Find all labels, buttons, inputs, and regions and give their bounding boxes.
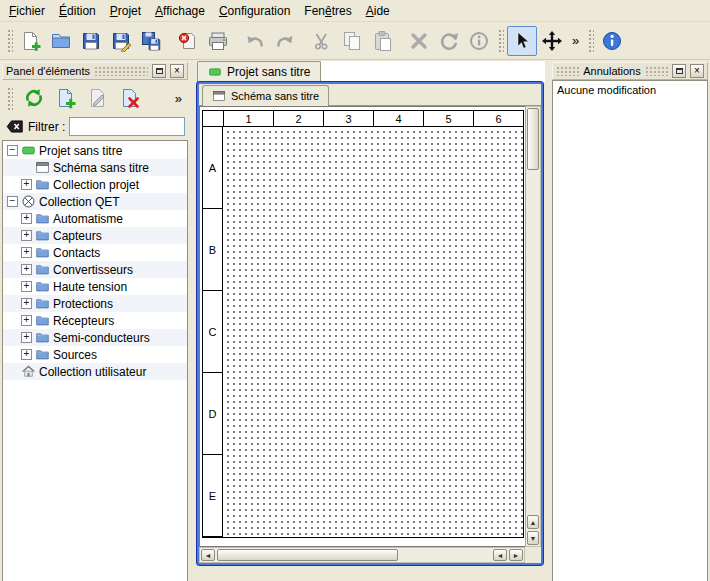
clear-filter-icon[interactable] <box>5 117 24 136</box>
horizontal-scrollbar[interactable]: ◄ ◄ ► <box>199 547 525 563</box>
diagram-view[interactable]: 123456ABCDE <box>199 106 525 547</box>
horizontal-scrollbar-thumb[interactable] <box>217 549 398 561</box>
collapse-minus-icon[interactable]: − <box>7 196 18 207</box>
expand-plus-icon[interactable]: + <box>21 332 32 343</box>
panel-toolbar-extension-button[interactable]: » <box>170 83 187 113</box>
elements-panel-header[interactable]: Panel d'éléments × <box>2 62 188 80</box>
undo-button[interactable] <box>240 26 270 56</box>
tree-item-collection-utilisateur[interactable]: Collection utilisateur <box>3 363 187 380</box>
float-panel-button[interactable] <box>152 64 166 78</box>
undo-history-list[interactable]: Aucune modification <box>552 80 708 581</box>
tree-item-contacts[interactable]: +Contacts <box>3 244 187 261</box>
tree-item-haute-tension[interactable]: +Haute tension <box>3 278 187 295</box>
menu-fenetres[interactable]: Fenêtres <box>297 1 358 21</box>
redo-button[interactable] <box>270 26 300 56</box>
about-button[interactable] <box>597 26 627 56</box>
tree-item-capteurs[interactable]: +Capteurs <box>3 227 187 244</box>
panel-toolbar-drag-handle[interactable] <box>6 86 13 110</box>
undo-empty-text: Aucune modification <box>557 84 703 96</box>
save-as-button[interactable] <box>106 26 136 56</box>
menu-edition[interactable]: Édition <box>52 1 103 21</box>
undo-panel-drag-grip[interactable] <box>556 66 579 76</box>
expand-plus-icon[interactable]: + <box>21 213 32 224</box>
project-tab[interactable]: Projet sans titre <box>197 61 321 82</box>
menu-aide[interactable]: Aide <box>359 1 397 21</box>
select-mode-button[interactable] <box>507 26 537 56</box>
float-undo-panel-button[interactable] <box>672 64 686 78</box>
tree-item-schema-sans-titre[interactable]: Schéma sans titre <box>3 159 187 176</box>
expand-plus-icon[interactable]: + <box>21 179 32 190</box>
rotate-icon <box>438 30 460 52</box>
horizontal-scrollbar-track[interactable] <box>399 548 492 562</box>
toolbar-drag-handle[interactable] <box>6 28 13 53</box>
project-tab-bar: Projet sans titre <box>195 60 545 82</box>
menu-projet[interactable]: Projet <box>103 1 148 21</box>
rotate-selection-button[interactable] <box>434 26 464 56</box>
diagram-grid[interactable] <box>223 127 523 537</box>
open-project-button[interactable] <box>46 26 76 56</box>
collapse-minus-icon[interactable]: − <box>7 145 18 156</box>
close-panel-button[interactable]: × <box>170 64 184 78</box>
cut-button[interactable] <box>307 26 337 56</box>
expand-plus-icon[interactable]: + <box>21 247 32 258</box>
expand-plus-icon[interactable]: + <box>21 264 32 275</box>
copy-button[interactable] <box>337 26 367 56</box>
schema-tab[interactable]: Schéma sans titre <box>202 85 329 106</box>
diagram-sheet: 123456ABCDE <box>202 110 524 538</box>
undo-panel-drag-grip-right[interactable] <box>645 66 668 76</box>
scroll-left-button[interactable]: ◄ <box>201 549 215 561</box>
save-button[interactable] <box>76 26 106 56</box>
undo-panel-header[interactable]: Annulations × <box>552 62 708 80</box>
delete-element-button[interactable] <box>115 84 144 113</box>
save-all-button[interactable] <box>136 26 166 56</box>
tree-item-automatisme[interactable]: +Automatisme <box>3 210 187 227</box>
conductor-properties-button[interactable] <box>464 26 494 56</box>
scroll-left-button-end[interactable]: ◄ <box>493 549 507 561</box>
tree-item-label: Contacts <box>53 246 100 260</box>
expand-plus-icon[interactable]: + <box>21 281 32 292</box>
new-document-button[interactable] <box>16 26 46 56</box>
pan-mode-button[interactable] <box>537 26 567 56</box>
edit-element-button[interactable] <box>83 84 112 113</box>
tree-item-semi-conducteurs[interactable]: +Semi-conducteurs <box>3 329 187 346</box>
scroll-right-button[interactable]: ► <box>509 549 523 561</box>
tree-item-label: Capteurs <box>53 229 102 243</box>
tree-item-collection-qet[interactable]: −Collection QET <box>3 193 187 210</box>
vertical-scrollbar[interactable]: ▲ ▼ <box>525 106 541 547</box>
tree-item-convertisseurs[interactable]: +Convertisseurs <box>3 261 187 278</box>
menu-fichier[interactable]: Fichier <box>2 1 52 21</box>
tree-item-collection-projet[interactable]: +Collection projet <box>3 176 187 193</box>
scroll-up-button[interactable]: ▲ <box>527 515 539 529</box>
scroll-down-button[interactable]: ▼ <box>527 531 539 545</box>
elements-panel: Panel d'éléments × » Filtrer : −Projet s… <box>0 60 190 581</box>
tree-item-recepteurs[interactable]: +Récepteurs <box>3 312 187 329</box>
vertical-scrollbar-thumb[interactable] <box>527 108 539 170</box>
toolbar-drag-handle[interactable] <box>497 28 504 53</box>
new-element-icon <box>55 87 77 109</box>
float-icon <box>676 68 683 74</box>
new-element-button[interactable] <box>51 84 80 113</box>
delete-selection-button[interactable] <box>404 26 434 56</box>
print-button[interactable] <box>203 26 233 56</box>
close-undo-panel-button[interactable]: × <box>690 64 704 78</box>
menu-configuration[interactable]: Configuration <box>212 1 297 21</box>
toolbar-extension-button[interactable]: » <box>567 26 584 56</box>
menu-affichage[interactable]: Affichage <box>148 1 212 21</box>
tree-item-protections[interactable]: +Protections <box>3 295 187 312</box>
paste-button[interactable] <box>367 26 397 56</box>
expand-plus-icon[interactable]: + <box>21 230 32 241</box>
reload-collections-button[interactable] <box>19 84 48 113</box>
tree-item-projet-sans-titre[interactable]: −Projet sans titre <box>3 142 187 159</box>
vertical-scrollbar-track[interactable] <box>526 171 540 514</box>
panel-drag-grip[interactable] <box>94 66 148 76</box>
expand-plus-icon[interactable]: + <box>21 349 32 360</box>
expand-plus-icon[interactable]: + <box>21 315 32 326</box>
folder-icon <box>35 330 50 345</box>
project-icon <box>208 65 222 79</box>
expand-plus-icon[interactable]: + <box>21 298 32 309</box>
close-file-button[interactable] <box>173 26 203 56</box>
tree-item-sources[interactable]: +Sources <box>3 346 187 363</box>
filter-input[interactable] <box>69 117 185 136</box>
folder-icon <box>35 279 50 294</box>
toolbar-drag-handle[interactable] <box>587 28 594 53</box>
